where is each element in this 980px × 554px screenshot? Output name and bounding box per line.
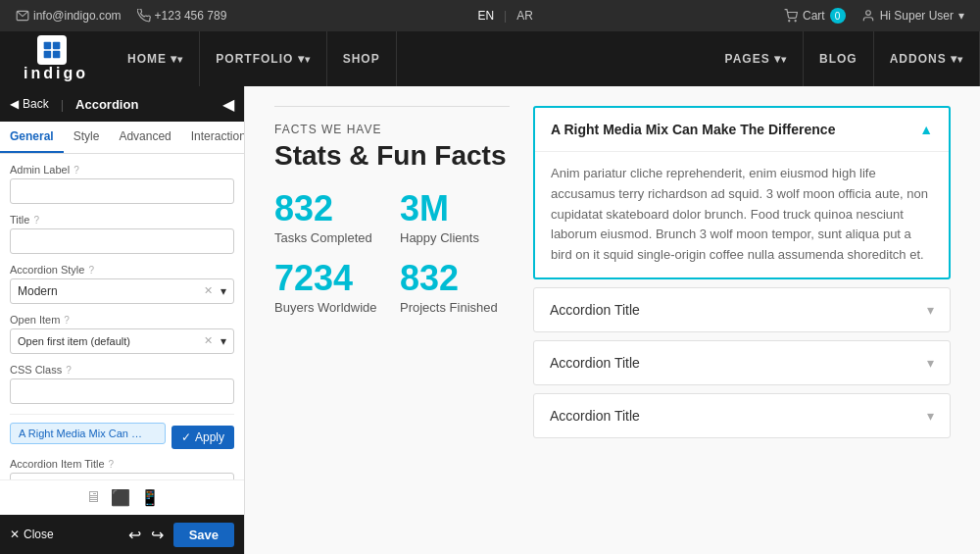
accordion-item-title-help: ? (109, 459, 115, 470)
left-panel: ◀ Back | Accordion ◀ General Style Advan… (0, 86, 245, 554)
cart-badge: 0 (830, 8, 846, 24)
stat-clients-label: Happy Clients (400, 230, 510, 245)
divider1 (10, 414, 234, 415)
panel-tabs: General Style Advanced Interaction (0, 122, 244, 154)
stat-projects-number: 832 (400, 261, 510, 296)
stat-buyers: 7234 Buyers Worldwide (274, 261, 384, 315)
desktop-device-button[interactable]: 🖥 (85, 488, 101, 507)
tab-style[interactable]: Style (64, 122, 110, 153)
main-layout: ◀ Back | Accordion ◀ General Style Advan… (0, 86, 980, 554)
panel-footer: ✕ Close ↩ ↪ Save (0, 515, 244, 554)
css-class-help: ? (66, 365, 72, 376)
svg-rect-6 (44, 51, 52, 59)
stats-column: FACTS WE HAVE Stats & Fun Facts 832 Task… (274, 106, 510, 446)
user-dropdown-arrow: ▾ (958, 9, 964, 23)
svg-point-1 (789, 21, 790, 22)
redo-button[interactable]: ↪ (151, 526, 164, 544)
tab-general[interactable]: General (0, 122, 64, 153)
accordion-item-3: Accordion Title ▾ (533, 393, 951, 438)
tab-advanced[interactable]: Advanced (109, 122, 180, 153)
logo-text: indigo (24, 65, 88, 82)
top-bar: info@indigo.com +123 456 789 EN | AR Car… (0, 0, 980, 31)
accordion-open-title: A Right Media Mix Can Make The Differenc… (551, 122, 835, 137)
phone-info: +123 456 789 (137, 9, 227, 23)
undo-button[interactable]: ↩ (128, 526, 141, 544)
stat-projects: 832 Projects Finished (400, 261, 510, 315)
svg-rect-5 (53, 42, 61, 50)
panel-content: Admin Label ? Title ? Accordion Style ? (0, 154, 244, 479)
accordion-title-2: Accordion Title (550, 355, 640, 371)
open-item-arrow: ▾ (220, 334, 226, 348)
accordion-item-2: Accordion Title ▾ (533, 340, 951, 385)
selected-item-row: A Right Media Mix Can Make The Differe..… (10, 423, 234, 452)
accordion-header-2[interactable]: Accordion Title ▾ (534, 341, 950, 384)
accordion-title-1: Accordion Title (550, 302, 640, 318)
selected-accordion-item[interactable]: A Right Media Mix Can Make The Differe..… (10, 423, 166, 444)
nav-home[interactable]: HOME ▾ (112, 31, 200, 86)
user-menu[interactable]: Hi Super User ▾ (861, 9, 964, 23)
svg-point-3 (865, 11, 870, 16)
open-item-clear[interactable]: ✕ (204, 334, 213, 348)
stats-section: FACTS WE HAVE Stats & Fun Facts 832 Task… (274, 106, 510, 315)
accordion-open-arrow: ▲ (919, 122, 933, 137)
accordion-style-field: Accordion Style ? Modern ✕ ▾ (10, 264, 234, 304)
right-content: FACTS WE HAVE Stats & Fun Facts 832 Task… (245, 86, 980, 554)
stat-tasks-number: 832 (274, 191, 384, 227)
logo-icon (37, 35, 67, 65)
top-bar-right: Cart 0 Hi Super User ▾ (784, 8, 964, 24)
stats-grid: 832 Tasks Completed 3M Happy Clients 723… (274, 191, 510, 315)
accordion-arrow-2: ▾ (927, 355, 934, 371)
title-input[interactable] (10, 228, 234, 254)
nav-portfolio[interactable]: PORTFOLIO ▾ (200, 31, 326, 86)
apply-button[interactable]: ✓ Apply (172, 426, 234, 449)
admin-label-input[interactable] (10, 178, 234, 204)
collapse-button[interactable]: ◀ (222, 95, 234, 114)
accordion-arrow-1: ▾ (927, 302, 934, 318)
title-field: Title ? (10, 214, 234, 254)
css-class-input[interactable] (10, 378, 234, 404)
stat-tasks: 832 Tasks Completed (274, 191, 384, 245)
nav-blog[interactable]: BLOG (804, 31, 874, 86)
tab-interaction[interactable]: Interaction (181, 122, 245, 153)
svg-rect-7 (53, 51, 61, 59)
stat-buyers-number: 7234 (274, 261, 384, 296)
open-item-field: Open Item ? Open first item (default) ✕ … (10, 314, 234, 354)
accordion-header-1[interactable]: Accordion Title ▾ (534, 288, 950, 331)
accordion-item-1: Accordion Title ▾ (533, 287, 951, 332)
tablet-device-button[interactable]: ⬛ (111, 488, 130, 507)
nav-shop[interactable]: SHOP (327, 31, 397, 86)
close-button[interactable]: ✕ Close (10, 528, 54, 541)
svg-point-2 (795, 21, 796, 22)
admin-label-field: Admin Label ? (10, 164, 234, 204)
language-switcher[interactable]: EN | AR (477, 9, 532, 23)
accordion-style-arrow: ▾ (220, 284, 226, 298)
back-button[interactable]: ◀ Back (10, 97, 49, 111)
accordion-item-title-field: Accordion Item Title ? (10, 458, 234, 479)
accordion-body: Anim pariatur cliche reprehenderit, enim… (535, 151, 949, 277)
top-bar-left: info@indigo.com +123 456 789 (16, 9, 226, 23)
stat-buyers-label: Buyers Worldwide (274, 300, 384, 315)
cart-info[interactable]: Cart 0 (784, 8, 846, 24)
save-button[interactable]: Save (173, 523, 234, 547)
content-columns: FACTS WE HAVE Stats & Fun Facts 832 Task… (274, 106, 951, 446)
accordion-header-open[interactable]: A Right Media Mix Can Make The Differenc… (535, 108, 949, 151)
back-icon: ◀ (10, 97, 19, 111)
open-item-select[interactable]: Open first item (default) ✕ ▾ (10, 328, 234, 354)
svg-rect-4 (44, 42, 52, 50)
accordion-style-select[interactable]: Modern ✕ ▾ (10, 278, 234, 304)
accordion-item-open: A Right Media Mix Can Make The Differenc… (533, 106, 951, 279)
nav-addons[interactable]: ADDONS ▾ (874, 31, 980, 86)
stat-clients-number: 3M (400, 191, 510, 227)
accordion-item-title-input[interactable] (10, 473, 234, 479)
mobile-device-button[interactable]: 📱 (140, 488, 160, 507)
device-row: 🖥 ⬛ 📱 (0, 479, 244, 515)
admin-label-help: ? (74, 165, 79, 176)
panel-title: Accordion (75, 97, 215, 112)
nav-bar: indigo HOME ▾ PORTFOLIO ▾ SHOP PAGES ▾ B… (0, 31, 980, 86)
accordion-header-3[interactable]: Accordion Title ▾ (534, 394, 950, 437)
logo[interactable]: indigo (0, 35, 112, 82)
nav-pages[interactable]: PAGES ▾ (710, 31, 804, 86)
checkmark-icon: ✓ (181, 430, 191, 444)
accordion-style-clear[interactable]: ✕ (204, 284, 213, 298)
accordion-column: A Right Media Mix Can Make The Differenc… (533, 106, 951, 446)
